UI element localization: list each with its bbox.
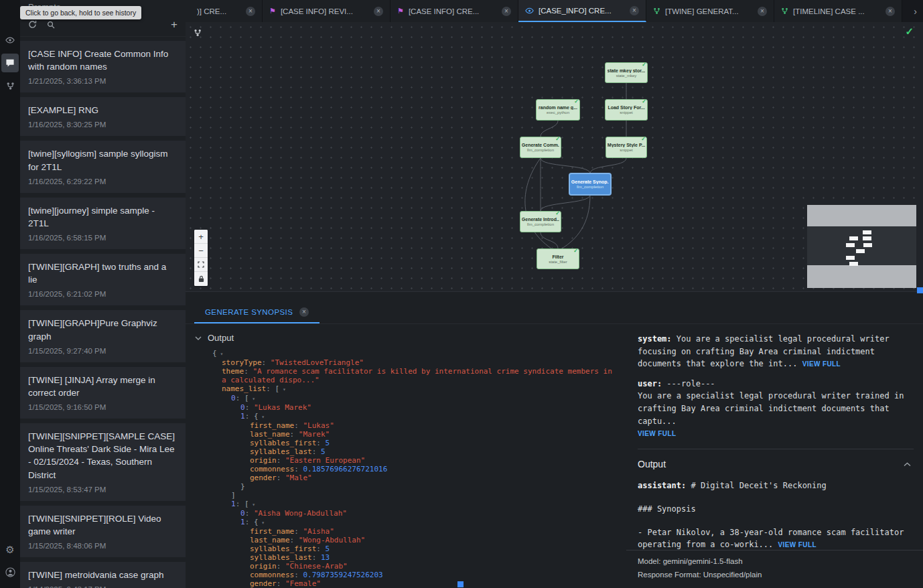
prompt-timestamp: 1/15/2025, 8:48:06 PM [28, 542, 178, 550]
close-icon[interactable]: × [758, 7, 767, 16]
prompts-chat-icon[interactable] [1, 54, 19, 72]
prompt-list-item[interactable]: [TWINE] [JINJA] Array merge in correct o… [20, 367, 186, 419]
json-line: gender: "Male" [212, 473, 620, 482]
collapse-toggle-icon[interactable]: ▾ [279, 386, 286, 392]
resize-handle-right[interactable] [917, 287, 923, 293]
flow-nav-icon[interactable] [1, 76, 19, 95]
editor-tab[interactable]: )] CRE... × [186, 0, 263, 22]
assistant-message: assistant: # Digital Deceit's Reckoning [638, 480, 914, 492]
collapse-toggle-icon[interactable]: ▾ [259, 414, 265, 420]
prompt-timestamp: 1/15/2025, 8:53:47 PM [28, 486, 178, 494]
output-json-pane: Output { ▾storyType: "TwistedLoveTriangl… [186, 324, 626, 588]
editor-tab[interactable]: ⚑ [CASE INFO] REVI... × [263, 0, 390, 22]
editor-tab[interactable]: [TWINE] GENERAT... × [646, 0, 774, 22]
editor-tab[interactable]: [CASE_INFO] CRE... × [518, 0, 646, 22]
messages-pane: system: You are a specialist legal proce… [626, 324, 923, 588]
assistant-title: # Digital Deceit's Reckoning [686, 481, 827, 490]
minimap[interactable] [807, 205, 916, 288]
graph-node[interactable]: ✓ random name g... exec_python [536, 99, 580, 121]
graph-node[interactable]: ✓ state mkey stor... state_mkey [605, 62, 648, 83]
prompt-list-item[interactable]: [twine][syllogism] sample syllogism for … [20, 141, 186, 192]
graph-edge [541, 158, 590, 173]
collapse-toggle-icon[interactable]: ▾ [259, 520, 265, 526]
zoom-out-button[interactable]: − [194, 244, 208, 258]
graph-canvas[interactable]: ✓ + − ✓ state mkey stor... state_mkey ✓ … [186, 22, 923, 291]
json-line: 0: "Lukas Marek" [212, 403, 620, 412]
graph-node[interactable]: ✓ Generate Comm... llm_completion [520, 137, 561, 158]
refresh-icon[interactable] [28, 20, 37, 29]
check-icon: ✓ [555, 210, 560, 216]
tab-label: [CASE_INFO] CRE... [539, 7, 625, 15]
account-user-icon[interactable] [1, 563, 19, 581]
json-line: syllables_last: 5 [212, 447, 620, 456]
node-title: Mystery Style P... [608, 143, 645, 147]
settings-gear-icon[interactable]: ⚙ [1, 540, 19, 559]
user-role-text: ---role--- [662, 379, 715, 388]
close-icon[interactable]: × [502, 7, 511, 16]
json-line: first_name: "Lukas" [212, 421, 620, 430]
prompt-list-item[interactable]: [EXAMPLE] RNG 1/16/2025, 8:30:25 PM [20, 97, 186, 136]
prompt-title: [TWINE][GRAPH]Pure Graphviz graph [28, 317, 178, 342]
prompt-title: [twine][syllogism] sample syllogism for … [28, 147, 178, 173]
view-full-link[interactable]: VIEW FULL [638, 429, 914, 439]
prompt-list-item[interactable]: [CASE INFO] Create Common Info with rand… [20, 41, 186, 92]
add-prompt-button[interactable]: + [171, 19, 178, 30]
prompt-list-item[interactable]: [TWINE][GRAPH] two truths and a lie 1/16… [20, 254, 186, 305]
graph-node[interactable]: ✓ Filter state_filter [537, 248, 579, 269]
prompt-title: [TWINE] metroidvania case graph [28, 569, 178, 581]
collapse-toggle-icon[interactable]: ▾ [249, 502, 256, 508]
eye-nav-icon[interactable] [1, 31, 19, 50]
json-line: commonness: 0.7987359247526203 [212, 571, 620, 579]
tab-label: )] CRE... [197, 7, 241, 15]
node-title: Generate Synop... [571, 179, 609, 184]
output-heading-row[interactable]: Output [638, 449, 914, 480]
collapse-toggle-icon[interactable]: ▾ [249, 396, 256, 402]
editor-tab[interactable]: [TIMELINE] CASE ... × [774, 0, 902, 22]
prompt-list-item[interactable]: [TWINE][GRAPH]Pure Graphviz graph 1/15/2… [20, 310, 186, 362]
minimap-node [849, 262, 858, 266]
graph-edge [541, 232, 558, 248]
json-line: 1: [ ▾ [212, 500, 620, 509]
close-icon[interactable]: × [374, 7, 383, 16]
search-icon[interactable] [47, 21, 55, 29]
system-label: system: [638, 334, 672, 344]
graph-node[interactable]: ✓ Generate Introd... llm_completion [520, 211, 561, 232]
collapse-toggle-icon[interactable]: ▾ [217, 351, 224, 357]
json-line: origin: "Eastern European" [212, 456, 620, 465]
close-icon[interactable]: × [246, 7, 255, 16]
bottom-tab-generate-synopsis[interactable]: GENERATE SYNOPSIS × [194, 301, 320, 323]
prompt-list-item[interactable]: [twine][journey] simple sample - 2T1L 1/… [20, 198, 186, 249]
bottom-tab-label: GENERATE SYNOPSIS [205, 308, 293, 316]
lock-button[interactable] [194, 272, 208, 286]
prompt-list-item[interactable]: [TWINE] metroidvania case graph 1/14/202… [20, 562, 186, 588]
prompt-list-item[interactable]: [TWINE][SNIPPET][SAMPLE CASE] Online Thr… [20, 423, 186, 501]
prompt-timestamp: 1/16/2025, 6:29:22 PM [28, 177, 178, 186]
node-title: Generate Introd... [522, 217, 559, 222]
minimap-node [863, 243, 872, 247]
prompt-timestamp: 1/16/2025, 8:30:25 PM [28, 121, 178, 129]
close-icon[interactable]: × [299, 307, 309, 317]
output-section-header[interactable]: Output [195, 333, 620, 343]
graph-node[interactable]: ✓ Mystery Style P... snippet [606, 137, 647, 158]
fit-view-button[interactable] [194, 258, 208, 272]
output-heading: Output [638, 457, 666, 472]
graph-node[interactable]: ✓ Generate Synop... llm_completion [569, 173, 611, 195]
prompt-list-item[interactable]: [TWINE][SNIPPET][ROLE] Video game writer… [20, 506, 186, 557]
editor-tab[interactable]: ⚑ [CASE INFO] CRE... × [390, 0, 518, 22]
close-icon[interactable]: × [885, 7, 895, 16]
node-title: Filter [552, 254, 563, 259]
minimap-node [846, 243, 855, 247]
tab-scroll-right-icon[interactable]: › [908, 0, 923, 22]
graph-node[interactable]: ✓ Load Story For... snippet [605, 99, 648, 121]
close-icon[interactable]: × [630, 6, 639, 15]
view-full-link[interactable]: VIEW FULL [778, 541, 816, 548]
view-full-link[interactable]: VIEW FULL [802, 360, 841, 368]
activity-bar: ⚙ [0, 0, 20, 588]
check-icon: ✓ [641, 136, 646, 142]
resize-handle-bottom[interactable] [457, 581, 464, 587]
json-line: last_name: "Marek" [212, 430, 620, 439]
bottom-panel: GENERATE SYNOPSIS × Output { ▾storyType:… [186, 291, 923, 588]
minimap-node [856, 249, 865, 253]
zoom-in-button[interactable]: + [194, 230, 208, 244]
graph-edge [541, 121, 558, 137]
